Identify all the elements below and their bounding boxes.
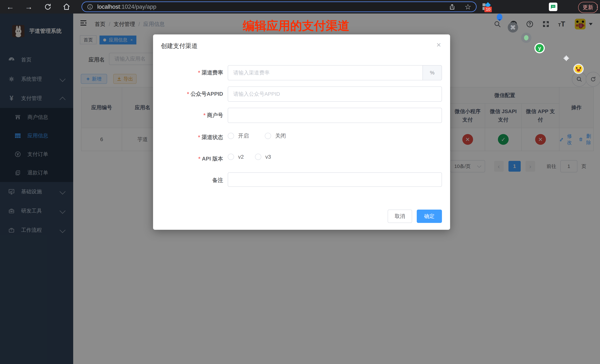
extension-command-icon[interactable]: ⌘ <box>508 22 518 33</box>
extension-tag-manager-icon[interactable]: 10 <box>481 1 491 12</box>
profile-emoji-icon[interactable] <box>573 64 584 74</box>
api-field-label: *API 版本 <box>138 155 223 163</box>
extensions-puzzle-icon[interactable] <box>561 53 572 64</box>
cancel-button[interactable]: 取消 <box>388 209 412 223</box>
share-icon[interactable] <box>449 4 455 10</box>
confirm-button[interactable]: 确定 <box>417 209 442 223</box>
appid-field-label: *公众号APPID <box>138 90 223 98</box>
browser-forward-icon[interactable]: → <box>22 0 35 14</box>
radio-circle-icon <box>255 154 261 160</box>
status-field-label: *渠道状态 <box>138 134 223 141</box>
api-v2-radio[interactable]: v2 <box>228 154 244 160</box>
bookmark-star-icon[interactable]: ☆ <box>465 3 471 10</box>
api-radio-group: v2 v3 <box>228 154 287 160</box>
browser-reload-icon[interactable] <box>44 3 52 10</box>
create-pay-channel-dialog: 创建支付渠道 ✕ *渠道费率 % *公众号APPID *商户号 *渠道状态 开启… <box>153 35 450 230</box>
extension-balloon-icon[interactable] <box>494 12 505 22</box>
rate-field: % <box>228 65 442 80</box>
merchant-input[interactable] <box>228 108 442 123</box>
remark-input[interactable] <box>228 172 442 187</box>
status-open-radio[interactable]: 开启 <box>228 132 249 140</box>
extension-badge: 10 <box>484 7 492 12</box>
browser-back-icon[interactable]: ← <box>4 0 17 14</box>
site-info-icon[interactable] <box>87 4 93 10</box>
url-path: :1024/pay/app <box>120 3 156 10</box>
remark-field-label: 备注 <box>138 177 223 184</box>
extension-chat-icon[interactable] <box>549 3 557 11</box>
status-closed-radio[interactable]: 关闭 <box>265 132 286 140</box>
address-bar[interactable]: localhost:1024/pay/app ☆ <box>82 1 477 12</box>
dialog-close-icon[interactable]: ✕ <box>436 41 441 48</box>
radio-circle-icon <box>265 133 271 139</box>
radio-circle-icon <box>228 154 234 160</box>
rate-field-label: *渠道费率 <box>138 69 223 76</box>
dialog-title: 创建支付渠道 <box>161 42 197 50</box>
appid-input[interactable] <box>228 86 442 102</box>
status-radio-group: 开启 关闭 <box>228 132 302 140</box>
extension-recorder-icon[interactable] <box>521 33 531 43</box>
extension-y-icon[interactable]: y <box>534 43 545 53</box>
radio-circle-icon <box>228 133 234 139</box>
browser-toolbar: ← → localhost:1024/pay/app ☆ 10 ⌘ <box>0 0 600 14</box>
annotation-text: 编辑应用的支付渠道 <box>243 18 373 34</box>
chrome-menu-icon[interactable]: ⋮ <box>594 3 600 11</box>
api-v3-radio[interactable]: v3 <box>255 154 271 160</box>
rate-percent-append: % <box>423 65 442 80</box>
rate-input[interactable] <box>228 65 423 80</box>
browser-home-icon[interactable] <box>63 3 70 11</box>
merchant-field-label: *商户号 <box>138 112 223 119</box>
url-host: localhost <box>97 3 120 10</box>
